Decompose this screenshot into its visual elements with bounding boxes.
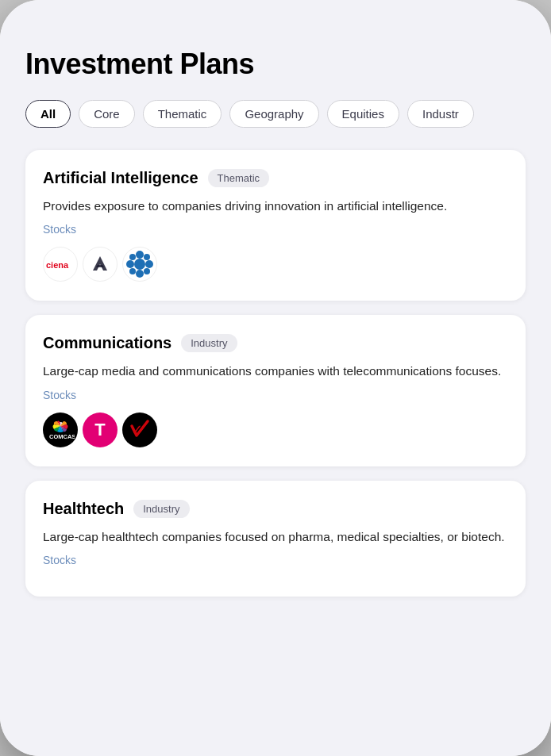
filter-chip-all[interactable]: All (25, 100, 71, 128)
svg-point-6 (126, 260, 134, 268)
card-description-communications: Large-cap media and communications compa… (43, 362, 508, 380)
phone-frame: Investment Plans All Core Thematic Geogr… (0, 0, 551, 756)
svg-text:COMCAST: COMCAST (49, 433, 75, 440)
svg-point-7 (145, 260, 153, 268)
page-title: Investment Plans (25, 48, 526, 81)
card-title-healthtech: Healthtech (43, 500, 124, 518)
card-description-healthtech: Large-cap healthtech companies focused o… (43, 528, 508, 546)
logo-arrow (83, 247, 118, 282)
svg-point-9 (144, 254, 150, 260)
plan-card-healthtech[interactable]: Healthtech Industry Large-cap healthtech… (25, 481, 526, 597)
card-type-healthtech: Stocks (43, 554, 508, 566)
filter-chip-industry[interactable]: Industr (407, 100, 474, 128)
card-type-ai: Stocks (43, 223, 508, 236)
svg-point-10 (129, 268, 136, 274)
logo-tmobile: T (83, 413, 118, 447)
logo-blue-flower (122, 247, 157, 282)
content-area: Investment Plans All Core Thematic Geogr… (0, 0, 551, 756)
cards-container: Artificial Intelligence Thematic Provide… (25, 150, 526, 597)
plan-card-communications[interactable]: Communications Industry Large-cap media … (25, 315, 526, 466)
svg-point-4 (136, 251, 144, 259)
svg-text:ciena: ciena (46, 260, 69, 270)
filter-chip-core[interactable]: Core (79, 100, 135, 128)
card-badge-ai: Thematic (208, 169, 269, 187)
svg-point-8 (129, 254, 136, 260)
card-title-ai: Artificial Intelligence (43, 169, 198, 187)
svg-point-3 (134, 259, 145, 270)
screen: Investment Plans All Core Thematic Geogr… (0, 0, 551, 756)
plan-card-ai[interactable]: Artificial Intelligence Thematic Provide… (25, 150, 526, 301)
card-description-ai: Provides exposure to companies driving i… (43, 197, 508, 215)
card-type-communications: Stocks (43, 389, 508, 401)
logos-row-communications: COMCAST T ✓ (43, 413, 508, 447)
filter-chip-thematic[interactable]: Thematic (143, 100, 222, 128)
filter-chip-equities[interactable]: Equities (327, 100, 399, 128)
tmobile-t: T (94, 420, 105, 440)
filter-chip-geography[interactable]: Geography (229, 100, 318, 128)
card-badge-healthtech: Industry (133, 500, 189, 518)
card-title-communications: Communications (43, 334, 171, 352)
logos-row-ai: ciena (43, 247, 508, 282)
filter-bar: All Core Thematic Geography Equities Ind… (25, 100, 526, 128)
logo-verizon: ✓ (122, 413, 157, 447)
card-badge-communications: Industry (181, 334, 237, 352)
card-header-communications: Communications Industry (43, 334, 508, 352)
svg-point-11 (144, 268, 150, 274)
card-header-healthtech: Healthtech Industry (43, 500, 508, 518)
svg-point-5 (136, 270, 144, 278)
logo-ciena: ciena (43, 247, 78, 282)
comcast-text: COMCAST (46, 418, 75, 442)
card-header-ai: Artificial Intelligence Thematic (43, 169, 508, 187)
logo-comcast: COMCAST (43, 413, 78, 447)
